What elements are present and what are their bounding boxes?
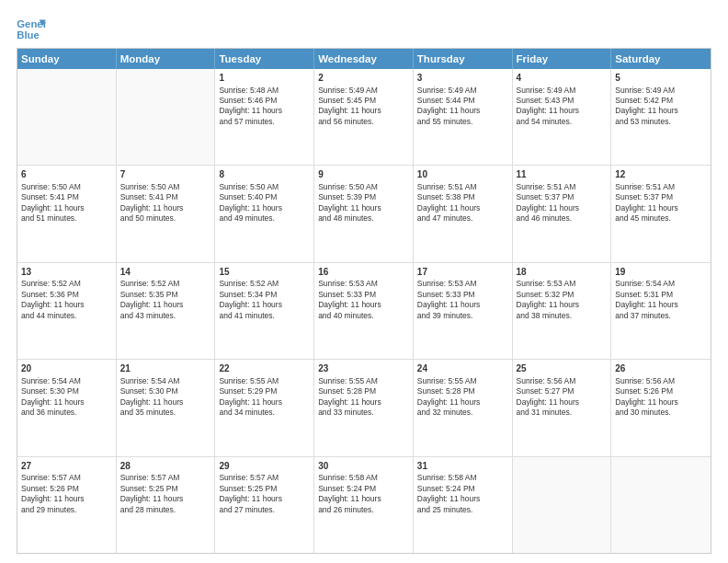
calendar-cell: 27Sunrise: 5:57 AMSunset: 5:26 PMDayligh… — [17, 457, 117, 553]
cell-details: Sunrise: 5:53 AMSunset: 5:33 PMDaylight:… — [417, 279, 508, 321]
calendar-cell: 4Sunrise: 5:49 AMSunset: 5:43 PMDaylight… — [513, 69, 612, 165]
cell-details: Sunrise: 5:49 AMSunset: 5:42 PMDaylight:… — [615, 86, 707, 128]
day-number: 4 — [517, 72, 608, 85]
logo: General Blue — [17, 17, 46, 42]
header-day: Saturday — [611, 49, 711, 69]
calendar-row: 13Sunrise: 5:52 AMSunset: 5:36 PMDayligh… — [17, 262, 711, 359]
day-number: 11 — [517, 168, 608, 181]
calendar-cell: 16Sunrise: 5:53 AMSunset: 5:33 PMDayligh… — [314, 263, 414, 359]
day-number: 12 — [615, 168, 707, 181]
calendar-cell: 24Sunrise: 5:55 AMSunset: 5:28 PMDayligh… — [414, 360, 513, 455]
cell-details: Sunrise: 5:49 AMSunset: 5:43 PMDaylight:… — [517, 86, 608, 128]
calendar-cell: 19Sunrise: 5:54 AMSunset: 5:31 PMDayligh… — [611, 263, 711, 359]
cell-details: Sunrise: 5:54 AMSunset: 5:31 PMDaylight:… — [615, 279, 707, 321]
day-number: 29 — [219, 460, 310, 473]
calendar-cell — [611, 457, 711, 553]
cell-details: Sunrise: 5:50 AMSunset: 5:40 PMDaylight:… — [219, 182, 310, 224]
calendar-cell: 23Sunrise: 5:55 AMSunset: 5:28 PMDayligh… — [314, 360, 414, 455]
calendar-header: SundayMondayTuesdayWednesdayThursdayFrid… — [17, 49, 711, 69]
calendar-row: 20Sunrise: 5:54 AMSunset: 5:30 PMDayligh… — [17, 359, 711, 455]
cell-details: Sunrise: 5:52 AMSunset: 5:35 PMDaylight:… — [120, 279, 211, 321]
day-number: 10 — [417, 168, 508, 181]
calendar-cell — [17, 69, 117, 165]
day-number: 19 — [615, 266, 707, 279]
cell-details: Sunrise: 5:55 AMSunset: 5:28 PMDaylight:… — [318, 376, 409, 419]
cell-details: Sunrise: 5:51 AMSunset: 5:37 PMDaylight:… — [517, 182, 608, 224]
cell-details: Sunrise: 5:51 AMSunset: 5:38 PMDaylight:… — [417, 182, 508, 224]
calendar-cell: 5Sunrise: 5:49 AMSunset: 5:42 PMDaylight… — [611, 69, 711, 165]
day-number: 9 — [318, 168, 409, 181]
cell-details: Sunrise: 5:54 AMSunset: 5:30 PMDaylight:… — [120, 376, 211, 419]
header-day: Thursday — [414, 49, 513, 69]
calendar-cell: 7Sunrise: 5:50 AMSunset: 5:41 PMDaylight… — [117, 166, 216, 261]
cell-details: Sunrise: 5:57 AMSunset: 5:25 PMDaylight:… — [219, 473, 310, 515]
cell-details: Sunrise: 5:50 AMSunset: 5:41 PMDaylight:… — [21, 182, 112, 224]
cell-details: Sunrise: 5:50 AMSunset: 5:39 PMDaylight:… — [318, 182, 409, 224]
cell-details: Sunrise: 5:58 AMSunset: 5:24 PMDaylight:… — [318, 473, 409, 515]
calendar-cell: 14Sunrise: 5:52 AMSunset: 5:35 PMDayligh… — [117, 263, 216, 359]
calendar-row: 6Sunrise: 5:50 AMSunset: 5:41 PMDaylight… — [17, 165, 711, 261]
day-number: 17 — [417, 266, 508, 279]
header-day: Monday — [117, 49, 216, 69]
svg-text:Blue: Blue — [17, 29, 40, 40]
day-number: 18 — [517, 266, 608, 279]
cell-details: Sunrise: 5:51 AMSunset: 5:37 PMDaylight:… — [615, 182, 707, 224]
cell-details: Sunrise: 5:54 AMSunset: 5:30 PMDaylight:… — [21, 376, 112, 419]
calendar-cell: 20Sunrise: 5:54 AMSunset: 5:30 PMDayligh… — [17, 360, 117, 455]
calendar-cell: 15Sunrise: 5:52 AMSunset: 5:34 PMDayligh… — [215, 263, 314, 359]
calendar-cell: 26Sunrise: 5:56 AMSunset: 5:26 PMDayligh… — [611, 360, 711, 455]
calendar-body: 1Sunrise: 5:48 AMSunset: 5:46 PMDaylight… — [17, 69, 711, 553]
day-number: 14 — [120, 266, 211, 279]
calendar-row: 27Sunrise: 5:57 AMSunset: 5:26 PMDayligh… — [17, 456, 711, 553]
day-number: 15 — [219, 266, 310, 279]
header-day: Wednesday — [314, 49, 414, 69]
day-number: 8 — [219, 168, 310, 181]
day-number: 24 — [417, 362, 508, 375]
calendar-cell — [117, 69, 216, 165]
page: General Blue SundayMondayTuesdayWednesda… — [0, 0, 728, 563]
day-number: 16 — [318, 266, 409, 279]
cell-details: Sunrise: 5:53 AMSunset: 5:33 PMDaylight:… — [318, 279, 409, 321]
calendar-cell: 11Sunrise: 5:51 AMSunset: 5:37 PMDayligh… — [513, 166, 612, 261]
day-number: 30 — [318, 460, 409, 473]
calendar-cell: 3Sunrise: 5:49 AMSunset: 5:44 PMDaylight… — [414, 69, 513, 165]
day-number: 31 — [417, 460, 508, 473]
calendar-cell: 1Sunrise: 5:48 AMSunset: 5:46 PMDaylight… — [215, 69, 314, 165]
cell-details: Sunrise: 5:57 AMSunset: 5:25 PMDaylight:… — [120, 473, 211, 515]
cell-details: Sunrise: 5:58 AMSunset: 5:24 PMDaylight:… — [417, 473, 508, 515]
cell-details: Sunrise: 5:49 AMSunset: 5:44 PMDaylight:… — [417, 86, 508, 128]
cell-details: Sunrise: 5:48 AMSunset: 5:46 PMDaylight:… — [219, 86, 310, 128]
day-number: 27 — [21, 460, 112, 473]
day-number: 22 — [219, 362, 310, 375]
day-number: 28 — [120, 460, 211, 473]
cell-details: Sunrise: 5:56 AMSunset: 5:27 PMDaylight:… — [517, 376, 608, 419]
cell-details: Sunrise: 5:57 AMSunset: 5:26 PMDaylight:… — [21, 473, 112, 515]
calendar-row: 1Sunrise: 5:48 AMSunset: 5:46 PMDaylight… — [17, 69, 711, 165]
calendar-cell: 22Sunrise: 5:55 AMSunset: 5:29 PMDayligh… — [215, 360, 314, 455]
calendar-cell: 21Sunrise: 5:54 AMSunset: 5:30 PMDayligh… — [117, 360, 216, 455]
day-number: 7 — [120, 168, 211, 181]
day-number: 23 — [318, 362, 409, 375]
day-number: 5 — [615, 72, 707, 85]
day-number: 1 — [219, 72, 310, 85]
day-number: 26 — [615, 362, 707, 375]
calendar-cell: 30Sunrise: 5:58 AMSunset: 5:24 PMDayligh… — [314, 457, 414, 553]
header-day: Sunday — [17, 49, 117, 69]
header-day: Friday — [513, 49, 612, 69]
cell-details: Sunrise: 5:49 AMSunset: 5:45 PMDaylight:… — [318, 86, 409, 128]
day-number: 25 — [517, 362, 608, 375]
cell-details: Sunrise: 5:52 AMSunset: 5:34 PMDaylight:… — [219, 279, 310, 321]
calendar-cell: 13Sunrise: 5:52 AMSunset: 5:36 PMDayligh… — [17, 263, 117, 359]
calendar-cell: 29Sunrise: 5:57 AMSunset: 5:25 PMDayligh… — [215, 457, 314, 553]
logo-icon: General Blue — [17, 17, 46, 42]
calendar-cell: 10Sunrise: 5:51 AMSunset: 5:38 PMDayligh… — [414, 166, 513, 261]
cell-details: Sunrise: 5:55 AMSunset: 5:29 PMDaylight:… — [219, 376, 310, 419]
day-number: 3 — [417, 72, 508, 85]
calendar-cell: 2Sunrise: 5:49 AMSunset: 5:45 PMDaylight… — [314, 69, 414, 165]
calendar-cell: 18Sunrise: 5:53 AMSunset: 5:32 PMDayligh… — [513, 263, 612, 359]
calendar-cell: 17Sunrise: 5:53 AMSunset: 5:33 PMDayligh… — [414, 263, 513, 359]
calendar-cell: 6Sunrise: 5:50 AMSunset: 5:41 PMDaylight… — [17, 166, 117, 261]
cell-details: Sunrise: 5:55 AMSunset: 5:28 PMDaylight:… — [417, 376, 508, 419]
header-day: Tuesday — [215, 49, 314, 69]
calendar-cell: 12Sunrise: 5:51 AMSunset: 5:37 PMDayligh… — [611, 166, 711, 261]
